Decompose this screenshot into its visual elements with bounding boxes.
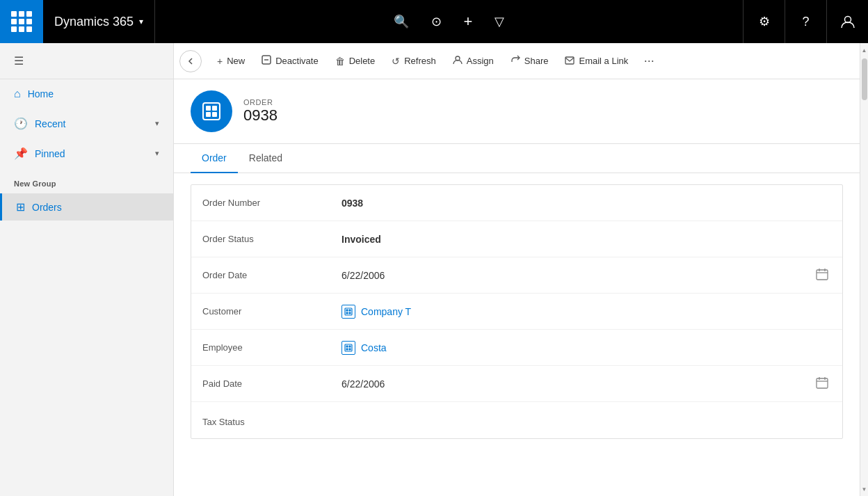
record-title-area: ORDER 0938 bbox=[243, 98, 278, 125]
app-launcher[interactable] bbox=[0, 0, 43, 43]
record-name: 0938 bbox=[243, 106, 278, 125]
sidebar-item-pinned[interactable]: 📌 Pinned ▾ bbox=[0, 138, 173, 168]
paid-date-label: Paid Date bbox=[202, 378, 341, 389]
svg-rect-7 bbox=[212, 106, 217, 111]
order-status-label: Order Status bbox=[202, 234, 341, 244]
deactivate-label: Deactivate bbox=[275, 56, 318, 66]
sidebar-home-label: Home bbox=[28, 88, 159, 99]
sidebar-orders-label: Orders bbox=[32, 202, 62, 213]
new-button[interactable]: + New bbox=[210, 49, 252, 74]
settings-button[interactable]: ⚙ bbox=[743, 0, 785, 43]
svg-rect-4 bbox=[565, 57, 574, 64]
svg-rect-18 bbox=[349, 312, 351, 314]
svg-rect-23 bbox=[349, 348, 351, 350]
share-button[interactable]: Share bbox=[504, 49, 556, 74]
tab-order[interactable]: Order bbox=[191, 144, 238, 173]
order-status-value: Invoiced bbox=[341, 234, 831, 245]
sidebar-recent-label: Recent bbox=[35, 118, 148, 129]
scroll-thumb[interactable] bbox=[862, 58, 867, 100]
svg-rect-19 bbox=[345, 344, 352, 351]
home-icon: ⌂ bbox=[14, 88, 21, 100]
delete-button[interactable]: 🗑 Delete bbox=[328, 49, 383, 74]
order-date-calendar-icon[interactable] bbox=[813, 265, 831, 286]
sidebar-pinned-label: Pinned bbox=[35, 148, 148, 159]
svg-rect-14 bbox=[345, 308, 352, 315]
svg-rect-5 bbox=[203, 103, 220, 120]
email-link-button[interactable]: Email a Link bbox=[558, 49, 635, 74]
form-row-tax-status: Tax Status bbox=[191, 402, 842, 438]
app-title-area[interactable]: Dynamics 365 ▾ bbox=[43, 0, 155, 43]
svg-rect-21 bbox=[349, 345, 351, 347]
new-label: New bbox=[227, 56, 245, 66]
form-row-order-number: Order Number 0938 bbox=[191, 185, 842, 221]
add-icon[interactable]: + bbox=[458, 7, 479, 36]
record-type-label: ORDER bbox=[243, 98, 278, 106]
user-profile-icon bbox=[840, 14, 855, 29]
refresh-label: Refresh bbox=[404, 56, 436, 66]
back-button[interactable] bbox=[179, 50, 202, 72]
more-commands-button[interactable]: ··· bbox=[638, 50, 660, 72]
sidebar-item-orders[interactable]: ⊞ Orders bbox=[0, 193, 173, 221]
refresh-button[interactable]: ↺ Refresh bbox=[385, 49, 443, 74]
recent-icon: 🕐 bbox=[14, 117, 28, 130]
customer-field-icon bbox=[341, 305, 355, 319]
filter-icon[interactable]: ▽ bbox=[489, 8, 510, 35]
pinned-icon: 📌 bbox=[14, 147, 28, 160]
form-row-employee: Employee Costa bbox=[191, 330, 842, 366]
orders-icon: ⊞ bbox=[16, 200, 25, 214]
record-header: ORDER 0938 bbox=[174, 79, 860, 144]
scroll-down-arrow[interactable]: ▼ bbox=[860, 482, 869, 496]
sidebar-item-recent[interactable]: 🕐 Recent ▾ bbox=[0, 109, 173, 138]
svg-rect-17 bbox=[346, 312, 348, 314]
form-row-order-date: Order Date 6/22/2006 bbox=[191, 257, 842, 294]
back-arrow-icon bbox=[186, 57, 195, 65]
assign-icon bbox=[453, 55, 463, 67]
record-avatar-icon bbox=[201, 101, 222, 122]
svg-rect-9 bbox=[212, 112, 217, 117]
vertical-scrollbar[interactable]: ▲ ▼ bbox=[860, 43, 868, 496]
search-icon[interactable]: 🔍 bbox=[388, 8, 415, 35]
recent-chevron-icon: ▾ bbox=[155, 119, 159, 128]
refresh-icon: ↺ bbox=[392, 56, 400, 67]
delete-icon: 🗑 bbox=[335, 56, 345, 67]
form-section: Order Number 0938 Order Status Invoiced … bbox=[191, 184, 843, 439]
top-navigation: Dynamics 365 ▾ 🔍 ⊙ + ▽ ⚙ ? bbox=[0, 0, 868, 43]
employee-label: Employee bbox=[202, 342, 341, 353]
sidebar-top: ☰ bbox=[0, 43, 173, 79]
form-content: Order Number 0938 Order Status Invoiced … bbox=[174, 173, 860, 496]
svg-rect-16 bbox=[349, 309, 351, 311]
help-button[interactable]: ? bbox=[785, 0, 826, 43]
sidebar-item-home[interactable]: ⌂ Home bbox=[0, 79, 173, 109]
customer-value[interactable]: Company T bbox=[341, 305, 831, 319]
assign-button[interactable]: Assign bbox=[446, 49, 501, 74]
record-avatar bbox=[191, 90, 232, 132]
tab-related[interactable]: Related bbox=[238, 144, 294, 173]
content-area: + New Deactivate 🗑 Delete ↺ Refresh bbox=[174, 43, 860, 496]
form-row-customer: Customer Company T bbox=[191, 294, 842, 330]
order-number-value: 0938 bbox=[341, 198, 831, 209]
hamburger-button[interactable]: ☰ bbox=[11, 51, 26, 70]
svg-rect-22 bbox=[346, 348, 348, 350]
customer-label: Customer bbox=[202, 306, 341, 317]
share-label: Share bbox=[524, 56, 549, 66]
recent-apps-icon[interactable]: ⊙ bbox=[426, 8, 447, 35]
deactivate-button[interactable]: Deactivate bbox=[255, 49, 325, 74]
share-icon bbox=[511, 55, 520, 67]
scroll-up-arrow[interactable]: ▲ bbox=[860, 43, 869, 57]
order-date-label: Order Date bbox=[202, 270, 341, 280]
top-nav-right: ⚙ ? bbox=[743, 0, 868, 43]
paid-date-value: 6/22/2006 bbox=[341, 378, 813, 390]
paid-date-calendar-icon[interactable] bbox=[813, 374, 831, 394]
order-number-label: Order Number bbox=[202, 198, 341, 208]
svg-rect-8 bbox=[206, 112, 211, 117]
employee-field-icon bbox=[341, 341, 355, 355]
deactivate-icon bbox=[262, 55, 271, 67]
pinned-chevron-icon: ▾ bbox=[155, 149, 159, 158]
employee-value[interactable]: Costa bbox=[341, 341, 831, 355]
command-bar: + New Deactivate 🗑 Delete ↺ Refresh bbox=[174, 43, 860, 79]
user-profile-button[interactable] bbox=[826, 0, 868, 43]
delete-label: Delete bbox=[349, 56, 376, 66]
email-link-label: Email a Link bbox=[579, 56, 628, 66]
form-row-paid-date: Paid Date 6/22/2006 bbox=[191, 366, 842, 402]
svg-rect-24 bbox=[817, 378, 828, 388]
